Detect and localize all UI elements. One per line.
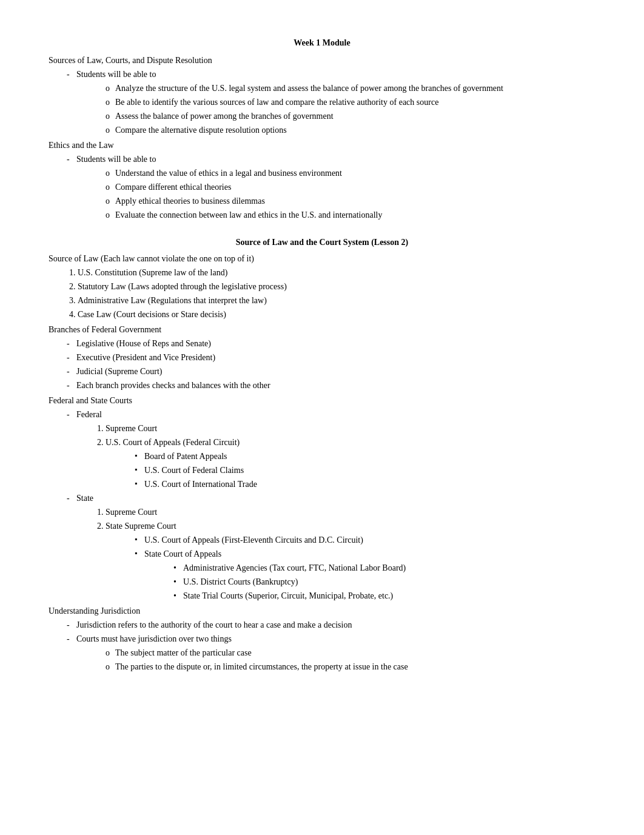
list-item: U.S. Court of Appeals (First-Eleventh Ci… <box>135 534 595 546</box>
jurisdiction-circle-list: The subject matter of the particular cas… <box>76 646 595 673</box>
jurisdiction-section: Understanding Jurisdiction Jurisdiction … <box>49 605 595 673</box>
list-item: U.S. Court of Appeals (Federal Circuit) … <box>106 436 595 491</box>
federal-item: Federal Supreme Court U.S. Court of Appe… <box>67 408 595 491</box>
list-item: Assess the balance of power among the br… <box>106 110 595 122</box>
source-of-law-list: U.S. Constitution (Supreme law of the la… <box>49 266 595 321</box>
supreme-court-federal: Supreme Court <box>106 424 157 433</box>
lesson2-heading: Source of Law and the Court System (Less… <box>49 236 595 249</box>
students-able-label-2: Students will be able to <box>76 155 156 164</box>
list-item: Judicial (Supreme Court) <box>67 365 595 378</box>
state-supreme-court: State Supreme Court <box>106 521 176 531</box>
appeals-square-list: Board of Patent Appeals U.S. Court of Fe… <box>106 450 595 491</box>
list-item: Supreme Court <box>106 506 595 518</box>
list-item: Supreme Court <box>106 422 595 435</box>
students-able-item-1: Students will be able to Analyze the str… <box>67 68 595 136</box>
federal-state-label: Federal and State Courts <box>49 394 595 407</box>
section-sources-of-law: Sources of Law, Courts, and Dispute Reso… <box>49 54 595 136</box>
students-able-item-2: Students will be able to Understand the … <box>67 153 595 221</box>
list-item: Jurisdiction refers to the authority of … <box>67 619 595 631</box>
list-item: Board of Patent Appeals <box>135 450 595 463</box>
list-item: Analyze the structure of the U.S. legal … <box>106 82 595 95</box>
list-item: U.S. Constitution (Supreme law of the la… <box>78 266 595 279</box>
list-item: Evaluate the connection between law and … <box>106 209 595 221</box>
federal-state-dash-list: Federal Supreme Court U.S. Court of Appe… <box>49 408 595 602</box>
state-label: State <box>76 494 93 503</box>
state-square-list: U.S. Court of Appeals (First-Eleventh Ci… <box>106 534 595 602</box>
list-item: Understand the value of ethics in a lega… <box>106 167 595 179</box>
state-court-of-appeals: State Court of Appeals <box>144 549 221 558</box>
list-item: Legislative (House of Reps and Senate) <box>67 337 595 350</box>
section-ethics-law: Ethics and the Law Students will be able… <box>49 139 595 221</box>
ethics-law-label: Ethics and the Law <box>49 139 595 152</box>
list-item: U.S. Court of International Trade <box>135 478 595 491</box>
list-item: State Supreme Court U.S. Court of Appeal… <box>106 520 595 602</box>
list-item: Statutory Law (Laws adopted through the … <box>78 280 595 293</box>
branches-list: Legislative (House of Reps and Senate) E… <box>49 337 595 392</box>
list-item: Apply ethical theories to business dilem… <box>106 195 595 207</box>
list-item: Administrative Law (Regulations that int… <box>78 294 595 307</box>
page-title: Week 1 Module <box>49 36 595 49</box>
list-item: Administrative Agencies (Tax court, FTC,… <box>173 562 595 574</box>
list-item: Be able to identify the various sources … <box>106 96 595 109</box>
list-item: The subject matter of the particular cas… <box>106 646 595 659</box>
list-item: Case Law (Court decisions or Stare decis… <box>78 308 595 321</box>
list-item: State Court of Appeals Administrative Ag… <box>135 548 595 602</box>
branches-section: Branches of Federal Government Legislati… <box>49 323 595 392</box>
source-of-law-label: Source of Law (Each law cannot violate t… <box>49 252 595 265</box>
court-of-appeals-federal: U.S. Court of Appeals (Federal Circuit) <box>106 438 240 447</box>
federal-state-section: Federal and State Courts Federal Supreme… <box>49 394 595 602</box>
sources-of-law-label: Sources of Law, Courts, and Dispute Reso… <box>49 54 595 67</box>
list-item: State Trial Courts (Superior, Circuit, M… <box>173 589 595 602</box>
source-of-law-section: Source of Law (Each law cannot violate t… <box>49 252 595 321</box>
list-item: U.S. Court of Federal Claims <box>135 464 595 477</box>
jurisdiction-two-things: Courts must have jurisdiction over two t… <box>76 634 232 643</box>
list-item: Compare the alternative dispute resoluti… <box>106 124 595 136</box>
ethics-dash-list: Students will be able to Understand the … <box>49 153 595 221</box>
supreme-court-state: Supreme Court <box>106 508 157 517</box>
jurisdiction-dash-list: Jurisdiction refers to the authority of … <box>49 619 595 673</box>
jurisdiction-label: Understanding Jurisdiction <box>49 605 595 617</box>
branches-label: Branches of Federal Government <box>49 323 595 336</box>
state-filled-list: Administrative Agencies (Tax court, FTC,… <box>144 562 595 602</box>
list-item: Each branch provides checks and balances… <box>67 379 595 392</box>
list-item: Compare different ethical theories <box>106 181 595 193</box>
state-item: State Supreme Court State Supreme Court … <box>67 492 595 602</box>
federal-ordered-list: Supreme Court U.S. Court of Appeals (Fed… <box>76 422 595 491</box>
federal-label: Federal <box>76 410 102 419</box>
ethics-circle-list: Understand the value of ethics in a lega… <box>76 167 595 221</box>
list-item: Courts must have jurisdiction over two t… <box>67 632 595 673</box>
list-item: The parties to the dispute or, in limite… <box>106 660 595 673</box>
sources-circle-list: Analyze the structure of the U.S. legal … <box>76 82 595 136</box>
list-item: U.S. District Courts (Bankruptcy) <box>173 575 595 588</box>
state-ordered-list: Supreme Court State Supreme Court U.S. C… <box>76 506 595 602</box>
students-able-label-1: Students will be able to <box>76 70 156 79</box>
list-item: Executive (President and Vice President) <box>67 351 595 364</box>
sources-dash-list: Students will be able to Analyze the str… <box>49 68 595 136</box>
